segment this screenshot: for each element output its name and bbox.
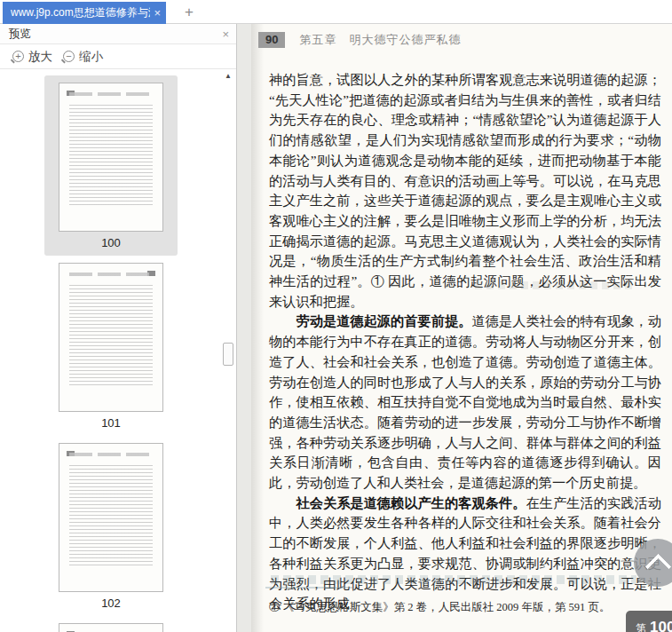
zoom-out-label: 缩小 [79,49,103,65]
pdf-viewport: 90 第五章 明大德守公德严私德 神的旨意，试图以人之外的某种所谓客观意志来说明… [237,24,672,632]
sidebar-header: 预览 × [0,24,236,44]
thumbnail-header-lines [69,453,153,456]
chapter-header: 第五章 明大德守公德严私德 [299,32,461,48]
magnifier-minus-icon [63,51,75,62]
thumbnail-text-lines [69,285,153,388]
sidebar-close-icon[interactable]: × [222,28,229,40]
page-badge-prefix: 第 [636,621,646,632]
current-page-badge: 第 100 [626,611,672,632]
thumbnail-page-preview [59,83,163,232]
tab-title: www.j9p.com思想道德修养与法 [11,5,150,20]
thumbnail-page-partial[interactable] [44,616,178,632]
thumbnail-text-lines [69,465,153,568]
browser-window: www.j9p.com思想道德修养与法 × + 预览 × 放大 缩小 10010… [0,0,672,632]
tab-close-icon[interactable]: × [154,7,161,19]
chevron-up-icon [645,554,672,581]
printed-page-number-badge: 90 [258,32,285,48]
thumbnail-page-preview [59,443,163,592]
body-paragraph: 社会关系是道德赖以产生的客观条件。在生产生活的实践活动中，人类必然要发生各种各样… [269,494,661,614]
thumbnail-list: 100101102 [0,68,222,632]
thumbnail-page-preview [59,623,163,632]
thumbnail-page-100[interactable]: 100 [44,75,178,256]
thumbnail-page-label: 101 [51,416,170,431]
new-tab-button[interactable]: + [178,3,200,22]
page-badge-number: 100 [650,619,672,632]
browser-tab-bar: www.j9p.com思想道德修养与法 × + [0,0,672,24]
thumbnail-page-label: 100 [51,236,170,250]
paragraph-lead-sentence: 社会关系是道德赖以产生的客观条件。 [296,495,526,510]
pdf-page: 90 第五章 明大德守公德严私德 神的旨意，试图以人之外的某种所谓客观意志来说明… [251,24,672,632]
thumbnail-page-102[interactable]: 102 [44,436,178,616]
body-paragraph: 劳动是道德起源的首要前提。道德是人类社会的特有现象，动物的本能行为中不存在真正的… [269,312,661,493]
thumbnail-page-label: 102 [51,596,170,611]
thumbnail-header-lines [69,92,153,96]
body-paragraph: 神的旨意，试图以人之外的某种所谓客观意志来说明道德的起源；“先天人性论”把道德的… [269,70,661,312]
zoom-in-button[interactable]: 放大 [12,49,52,65]
thumbnail-header-lines [69,273,153,276]
scrollbar-thumb[interactable] [223,343,233,366]
scrollbar-up-arrow-icon[interactable]: ▲ [225,72,232,80]
thumbnail-page-preview [59,263,163,412]
magnifier-plus-icon [12,51,24,62]
zoom-out-button[interactable]: 缩小 [63,49,103,65]
thumbnail-text-lines [69,105,153,208]
sidebar-zoom-toolbar: 放大 缩小 [0,44,236,69]
footnote: ① 《马克思恩格斯文集》第 2 卷，人民出版社 2009 年版，第 591 页。 [269,599,661,615]
zoom-in-label: 放大 [28,49,52,65]
document-body: 神的旨意，试图以人之外的某种所谓客观意志来说明道德的起源；“先天人性论”把道德的… [269,70,661,614]
thumbnail-page-101[interactable]: 101 [44,256,178,436]
paragraph-lead-sentence: 劳动是道德起源的首要前提。 [296,313,471,328]
preview-sidebar: 预览 × 放大 缩小 100101102 ▲ [0,24,237,632]
sidebar-title: 预览 [9,24,31,43]
browser-tab[interactable]: www.j9p.com思想道德修养与法 × [3,2,166,24]
page-header: 90 第五章 明大德守公德严私德 [258,32,461,48]
